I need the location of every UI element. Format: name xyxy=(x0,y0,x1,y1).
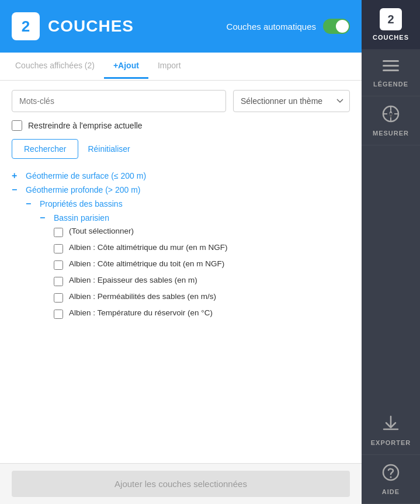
auto-couches-toggle[interactable] xyxy=(323,19,350,34)
label-albien-permeabilites: Albien : Perméabilités des sables (en m/… xyxy=(69,292,216,301)
tab-affichees[interactable]: Couches affichées (2) xyxy=(6,54,104,79)
tree-item-proprietes[interactable]: − Propriétés des bassins xyxy=(26,199,350,209)
checkbox-albien-mur[interactable] xyxy=(54,244,63,253)
list-icon xyxy=(381,58,400,77)
tree-subsub-bassin: (Tout sélectionner) Albien : Côte altimé… xyxy=(54,227,350,319)
header-badge: 2 xyxy=(12,12,40,40)
buttons-row: Rechercher Réinitialiser xyxy=(12,139,350,159)
header-right: Couches automatiques xyxy=(227,19,350,34)
svg-rect-0 xyxy=(383,60,399,62)
sidebar-legende-label: LÉGENDE xyxy=(373,81,408,88)
label-proprietes: Propriétés des bassins xyxy=(40,199,123,208)
expand-icon-proprietes: − xyxy=(26,199,35,209)
label-albien-temperature: Albien : Température du réservoir (en °C… xyxy=(69,308,213,317)
tree-item-bassin-parisien[interactable]: − Bassin parisien xyxy=(40,213,350,223)
label-albien-epaisseur: Albien : Epaisseur des sables (en m) xyxy=(69,276,197,284)
svg-rect-1 xyxy=(383,65,399,67)
sidebar-item-couches[interactable]: 2 COUCHES xyxy=(362,0,420,50)
download-icon xyxy=(381,414,400,436)
restrict-checkbox-row: Restreindre à l'emprise actuelle xyxy=(12,120,350,131)
label-bassin-parisien: Bassin parisien xyxy=(54,213,109,223)
rechercher-button[interactable]: Rechercher xyxy=(12,139,78,159)
checkbox-item-albien-epaisseur: Albien : Epaisseur des sables (en m) xyxy=(54,276,350,286)
label-geothermie-profonde: Géothermie profonde (> 200 m) xyxy=(26,185,141,194)
tree: + Géothermie de surface (≤ 200 m) − Géot… xyxy=(12,171,350,319)
checkbox-albien-toit[interactable] xyxy=(54,260,63,270)
checkbox-item-albien-permeabilites: Albien : Perméabilités des sables (en m/… xyxy=(54,292,350,303)
header-left: 2 COUCHES xyxy=(12,12,134,40)
checkbox-albien-permeabilites[interactable] xyxy=(54,293,63,303)
label-tout: (Tout sélectionner) xyxy=(69,227,134,235)
main-panel: 2 COUCHES Couches automatiques Couches a… xyxy=(0,0,362,504)
header: 2 COUCHES Couches automatiques xyxy=(0,0,362,53)
help-icon xyxy=(381,463,400,485)
checkbox-item-albien-toit: Albien : Côte altimétrique du toit (en m… xyxy=(54,259,350,270)
tree-item-geothermie-surface[interactable]: + Géothermie de surface (≤ 200 m) xyxy=(12,171,350,181)
sidebar-couches-label: COUCHES xyxy=(373,34,409,41)
content-area: Sélectionner un thème Restreindre à l'em… xyxy=(0,81,362,463)
expand-icon-surface: + xyxy=(12,171,21,181)
checkbox-item-albien-mur: Albien : Côte altimétrique du mur (en m … xyxy=(54,243,350,253)
sidebar-item-mesurer[interactable]: MESURER xyxy=(362,96,420,145)
checkbox-item-albien-temperature: Albien : Température du réservoir (en °C… xyxy=(54,308,350,319)
compass-icon xyxy=(381,105,400,126)
sidebar-couches-badge: 2 xyxy=(380,8,402,30)
expand-icon-profonde: − xyxy=(12,185,21,195)
sidebar-item-exporter[interactable]: EXPORTER xyxy=(362,406,420,455)
expand-icon-bassin: − xyxy=(40,213,49,223)
keyword-input[interactable] xyxy=(12,90,226,112)
reinitialiser-button[interactable]: Réinitialiser xyxy=(88,144,130,154)
right-sidebar: 2 COUCHES LÉGENDE MESURER xyxy=(362,0,420,504)
label-geothermie-surface: Géothermie de surface (≤ 200 m) xyxy=(26,171,146,180)
sidebar-exporter-label: EXPORTER xyxy=(371,439,411,446)
svg-marker-8 xyxy=(389,110,393,114)
theme-select[interactable]: Sélectionner un thème xyxy=(233,90,350,112)
search-row: Sélectionner un thème xyxy=(12,90,350,112)
sidebar-mesurer-label: MESURER xyxy=(373,130,409,137)
svg-marker-9 xyxy=(389,114,393,118)
restrict-checkbox[interactable] xyxy=(12,120,22,131)
checkbox-albien-temperature[interactable] xyxy=(54,310,63,319)
sidebar-aide-label: AIDE xyxy=(382,488,400,495)
header-title: COUCHES xyxy=(48,17,134,36)
tabs-row: Couches affichées (2) +Ajout Import xyxy=(0,53,362,81)
restrict-label: Restreindre à l'emprise actuelle xyxy=(28,121,143,130)
tree-item-geothermie-profonde[interactable]: − Géothermie profonde (> 200 m) xyxy=(12,185,350,195)
svg-rect-2 xyxy=(383,69,399,71)
tab-ajout[interactable]: +Ajout xyxy=(104,54,148,79)
checkbox-tout[interactable] xyxy=(54,228,63,237)
ajouter-button[interactable]: Ajouter les couches selectionnées xyxy=(12,471,350,497)
checkbox-item-tout: (Tout sélectionner) xyxy=(54,227,350,237)
sidebar-item-aide[interactable]: AIDE xyxy=(362,455,420,504)
label-albien-toit: Albien : Côte altimétrique du toit (en m… xyxy=(69,259,224,268)
svg-point-11 xyxy=(390,477,392,478)
auto-couches-label: Couches automatiques xyxy=(227,22,316,32)
checkbox-albien-epaisseur[interactable] xyxy=(54,277,63,286)
label-albien-mur: Albien : Côte altimétrique du mur (en m … xyxy=(69,243,228,252)
tree-sub-proprietes: − Bassin parisien (Tout sélectionner) Al… xyxy=(40,213,350,319)
bottom-bar: Ajouter les couches selectionnées xyxy=(0,463,362,504)
sidebar-item-legende[interactable]: LÉGENDE xyxy=(362,50,420,96)
tab-import[interactable]: Import xyxy=(148,54,190,79)
tree-sub-profonde: − Propriétés des bassins − Bassin parisi… xyxy=(26,199,350,319)
